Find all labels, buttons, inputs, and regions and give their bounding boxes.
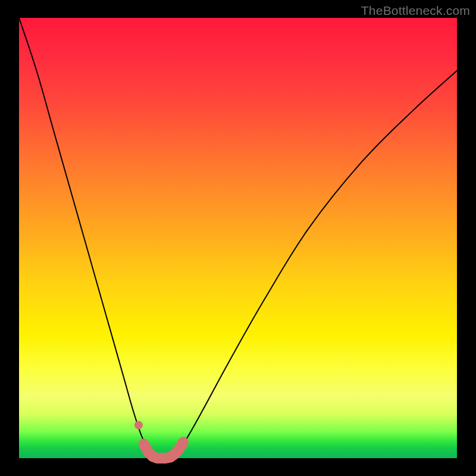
chart-frame: TheBottleneck.com (0, 0, 476, 476)
bottleneck-curve-path (19, 18, 457, 459)
highlight-band-path (144, 442, 183, 458)
highlight-dot (134, 421, 143, 430)
bottleneck-curve (19, 18, 457, 459)
curve-layer (19, 18, 457, 458)
plot-area (19, 18, 457, 458)
highlight-markers (134, 421, 183, 459)
watermark-text: TheBottleneck.com (361, 4, 470, 18)
